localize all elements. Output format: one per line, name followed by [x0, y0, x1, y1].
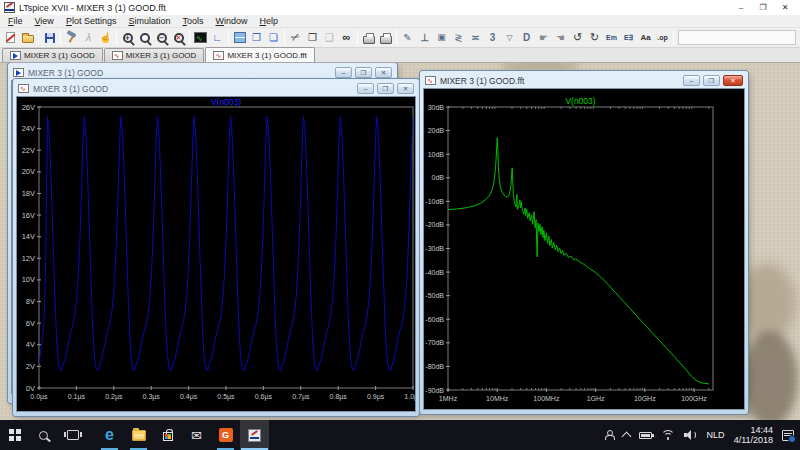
find-icon[interactable]: ∞ [338, 29, 355, 46]
tab-1[interactable]: MIXER 3 (1) GOOD [2, 48, 103, 62]
resistor-icon[interactable]: ≷ [450, 29, 467, 46]
menu-window[interactable]: Window [209, 16, 253, 26]
ltspice-app-icon [248, 429, 261, 442]
label-net-icon[interactable]: ▣ [433, 29, 450, 46]
control-panel-icon[interactable] [63, 29, 80, 46]
tab-3-active[interactable]: MIXER 3 (1) GOOD.fft [205, 47, 314, 62]
svg-text:0.4µs: 0.4µs [180, 393, 198, 401]
svg-text:20V: 20V [22, 167, 35, 176]
menu-plot-settings[interactable]: Plot Settings [60, 16, 123, 26]
tile-horizontal-icon[interactable] [231, 29, 248, 46]
minimize-icon[interactable] [730, 3, 752, 12]
task-view-button[interactable] [58, 420, 87, 450]
rotate-icon[interactable]: Em [603, 29, 620, 46]
file-explorer-app[interactable] [124, 420, 153, 450]
print-icon[interactable] [360, 29, 377, 46]
chevron-up-icon[interactable] [623, 430, 630, 440]
copy-icon[interactable]: ❐ [304, 29, 321, 46]
fft-window[interactable]: MIXER 3 (1) GOOD.fft ‒ ❐ ✕ V(n003)30dB20… [420, 71, 748, 414]
mirror-icon[interactable]: E∃ [620, 29, 637, 46]
restore-icon[interactable]: ❐ [355, 67, 372, 78]
svg-text:30dB: 30dB [428, 104, 445, 111]
clock[interactable]: 14:44 4/11/2018 [734, 425, 773, 445]
restore-icon[interactable]: ❐ [377, 83, 394, 94]
store-app[interactable] [153, 420, 182, 450]
zoom-in-icon[interactable] [119, 29, 136, 46]
tab-2[interactable]: MIXER 3 (1) GOOD [104, 48, 205, 62]
close-icon[interactable] [774, 3, 796, 12]
svg-text:0.3µs: 0.3µs [143, 393, 161, 401]
waveform-trace-label: V(n003) [211, 97, 241, 107]
drag-icon[interactable]: ☚ [552, 29, 569, 46]
svg-text:26V: 26V [22, 103, 35, 112]
start-button[interactable] [0, 420, 29, 450]
waveform-chart[interactable]: V(n003)26V24V22V20V18V16V14V12V10V8V6V4V… [17, 97, 415, 411]
restore-icon[interactable]: ❐ [703, 75, 720, 86]
undo-icon[interactable]: ↺ [569, 29, 586, 46]
zoom-undo-icon[interactable] [170, 29, 187, 46]
move-icon[interactable]: ☛ [535, 29, 552, 46]
battery-icon[interactable] [639, 432, 652, 439]
close-icon[interactable]: ✕ [375, 67, 392, 78]
svg-text:0dB: 0dB [432, 174, 445, 181]
svg-text:0.1µs: 0.1µs [68, 393, 86, 401]
edge-app[interactable]: e [95, 420, 124, 450]
maximize-icon[interactable] [752, 3, 774, 12]
menu-help[interactable]: Help [254, 16, 285, 26]
action-center-icon[interactable] [782, 430, 794, 441]
minimize-icon[interactable]: ‒ [683, 75, 700, 86]
autorange-icon[interactable] [192, 29, 209, 46]
paste-icon[interactable]: ❑ [321, 29, 338, 46]
window-titlebar[interactable]: MIXER 3 (1) GOOD.fft ‒ ❐ ✕ [423, 73, 745, 88]
language-indicator[interactable]: NLD [707, 430, 725, 440]
svg-text:100GHz: 100GHz [681, 395, 707, 402]
spice-directive-icon[interactable]: .op [654, 29, 671, 46]
speaker-icon[interactable] [684, 430, 698, 440]
app-titlebar[interactable]: LTspice XVII - MIXER 3 (1) GOOD.fft [0, 0, 800, 15]
menu-tools[interactable]: Tools [176, 16, 209, 26]
ground-icon[interactable]: ⊥ [416, 29, 433, 46]
halt-icon[interactable]: ☝ [97, 29, 114, 46]
tile-vertical-icon[interactable]: ❐ [248, 29, 265, 46]
minimize-icon[interactable]: ‒ [335, 67, 352, 78]
window-titlebar[interactable]: MIXER 3 (1) GOOD ‒ ❐ ✕ [11, 65, 394, 80]
svg-text:2V: 2V [26, 362, 35, 371]
new-schematic-icon[interactable] [2, 29, 19, 46]
cascade-icon[interactable]: ❏ [265, 29, 282, 46]
cut-icon[interactable]: ✂ [287, 29, 304, 46]
fft-chart[interactable]: V(n003)30dB20dB10dB0dB-10dB-20dB-30dB-40… [424, 89, 744, 409]
diode-icon[interactable]: ▽ [501, 29, 518, 46]
menu-file[interactable]: File [2, 16, 29, 26]
minimize-icon[interactable]: ‒ [357, 83, 374, 94]
save-icon[interactable] [41, 29, 58, 46]
text-icon[interactable]: Aa [637, 29, 654, 46]
inductor-icon[interactable]: 3 [484, 29, 501, 46]
ltspice-app[interactable] [240, 420, 269, 450]
g-app[interactable]: G [211, 420, 240, 450]
run-icon[interactable]: λ [80, 29, 97, 46]
close-icon[interactable]: ✕ [397, 83, 414, 94]
svg-text:-70dB: -70dB [425, 339, 444, 346]
search-button[interactable] [29, 420, 58, 450]
mail-app[interactable]: ✉ [182, 420, 211, 450]
component-icon[interactable]: D [518, 29, 535, 46]
capacitor-icon[interactable]: ≍ [467, 29, 484, 46]
waveform-window[interactable]: MIXER 3 (1) GOOD ‒ ❐ ✕ V(n003)26V24V22V2… [13, 79, 419, 416]
zoom-out-icon[interactable] [153, 29, 170, 46]
open-icon[interactable] [19, 29, 36, 46]
menu-view[interactable]: View [29, 16, 60, 26]
fft-plot[interactable]: V(n003)30dB20dB10dB0dB-10dB-20dB-30dB-40… [423, 88, 745, 410]
redo-icon[interactable]: ↻ [586, 29, 603, 46]
plot-settings-icon[interactable]: ∟ [209, 29, 226, 46]
window-titlebar[interactable]: MIXER 3 (1) GOOD ‒ ❐ ✕ [16, 81, 416, 96]
app-title: LTspice XVII - MIXER 3 (1) GOOD.fft [19, 3, 166, 13]
svg-text:0.8µs: 0.8µs [330, 393, 348, 401]
close-icon[interactable]: ✕ [723, 75, 743, 86]
menu-simulation[interactable]: Simulation [122, 16, 176, 26]
waveform-plot[interactable]: V(n003)26V24V22V20V18V16V14V12V10V8V6V4V… [16, 96, 416, 412]
print-setup-icon[interactable] [377, 29, 394, 46]
wire-pencil-icon[interactable]: ✎ [399, 29, 416, 46]
people-icon[interactable] [604, 430, 614, 440]
zoom-extents-icon[interactable] [136, 29, 153, 46]
wifi-icon[interactable] [661, 430, 675, 440]
